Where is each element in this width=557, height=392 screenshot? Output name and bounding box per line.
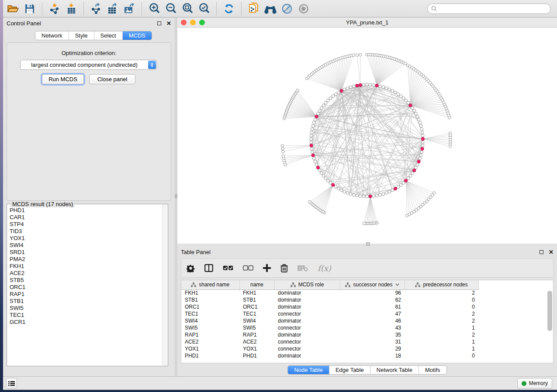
deselect-all-icon[interactable]: [243, 265, 253, 271]
table-row[interactable]: YOX1YOX1connector291: [181, 345, 478, 352]
tab-network-table[interactable]: Network Table: [370, 366, 419, 374]
network-node[interactable]: [419, 124, 422, 127]
network-node[interactable]: [399, 95, 402, 98]
import-table-button[interactable]: [64, 2, 79, 16]
network-node[interactable]: [415, 112, 418, 115]
table-scrollbar[interactable]: [547, 290, 552, 362]
memory-button[interactable]: Memory: [517, 378, 552, 389]
tab-network[interactable]: Network: [35, 31, 69, 40]
network-node[interactable]: [417, 118, 420, 121]
network-node[interactable]: [346, 87, 349, 90]
table-row[interactable]: SWI4SWI4dominator462: [181, 317, 478, 324]
apply-layout-button[interactable]: [221, 2, 236, 16]
network-node[interactable]: [394, 91, 397, 94]
network-node[interactable]: [402, 182, 405, 185]
scrollbar-thumb[interactable]: [547, 291, 552, 331]
mcds-hub-node[interactable]: [359, 83, 362, 86]
network-node[interactable]: [337, 91, 340, 94]
import-network-button[interactable]: [47, 2, 62, 16]
tab-node-table[interactable]: Node Table: [288, 366, 329, 374]
network-node[interactable]: [317, 112, 320, 115]
network-leaf-node[interactable]: [404, 62, 407, 65]
network-node[interactable]: [388, 88, 391, 91]
network-leaf-node[interactable]: [352, 54, 355, 56]
mcds-hub-node[interactable]: [421, 147, 424, 150]
network-node[interactable]: [415, 166, 418, 169]
network-leaf-node[interactable]: [308, 200, 311, 203]
optimization-criterion-select[interactable]: largest connected component (undirected): [20, 60, 157, 70]
network-node[interactable]: [324, 177, 327, 180]
network-node[interactable]: [310, 131, 313, 134]
network-node[interactable]: [397, 186, 400, 189]
network-node[interactable]: [362, 195, 365, 198]
mcds-result-item[interactable]: PMA2: [10, 256, 162, 263]
network-node[interactable]: [369, 83, 372, 86]
network-node[interactable]: [413, 109, 416, 112]
mcds-result-item[interactable]: SRD1: [10, 249, 162, 256]
export-network-button[interactable]: [89, 2, 104, 16]
tab-style[interactable]: Style: [69, 31, 94, 40]
network-node[interactable]: [318, 169, 321, 172]
network-leaf-node[interactable]: [405, 214, 408, 217]
network-node[interactable]: [407, 101, 410, 104]
network-node[interactable]: [388, 190, 391, 193]
mcds-hub-node[interactable]: [417, 160, 420, 163]
mcds-hub-node[interactable]: [413, 169, 416, 172]
show-graphics-details-button[interactable]: [296, 2, 311, 16]
network-node[interactable]: [310, 147, 313, 150]
network-node[interactable]: [356, 194, 359, 197]
mcds-result-item[interactable]: PHD1: [10, 207, 162, 214]
tab-motifs[interactable]: Motifs: [419, 366, 446, 374]
network-node[interactable]: [329, 97, 332, 100]
network-node[interactable]: [416, 163, 419, 166]
network-node[interactable]: [353, 193, 356, 196]
network-node[interactable]: [419, 121, 422, 124]
mcds-hub-node[interactable]: [310, 144, 313, 147]
network-node[interactable]: [311, 127, 314, 131]
network-node[interactable]: [324, 101, 327, 104]
network-node[interactable]: [322, 174, 325, 177]
network-node[interactable]: [320, 107, 323, 110]
network-node[interactable]: [332, 95, 335, 98]
column-header-successor-nodes[interactable]: successor nodes: [340, 280, 405, 289]
network-node[interactable]: [411, 107, 414, 110]
network-node[interactable]: [349, 86, 352, 89]
network-leaf-node[interactable]: [296, 89, 299, 92]
mcds-result-list[interactable]: PHD1CAR1STP4TID3YOX1SWI4SRD1PMA2FKH1ACE2…: [10, 207, 162, 365]
network-node[interactable]: [343, 88, 346, 91]
gear-icon[interactable]: [187, 264, 195, 272]
network-node[interactable]: [422, 141, 425, 144]
network-node[interactable]: [411, 172, 414, 175]
network-node[interactable]: [346, 192, 349, 195]
mcds-hub-node[interactable]: [340, 89, 343, 93]
network-node[interactable]: [312, 157, 315, 160]
network-node[interactable]: [405, 99, 408, 102]
close-panel-icon[interactable]: ✕: [549, 249, 554, 255]
mcds-result-item[interactable]: SWI4: [10, 242, 162, 249]
mcds-result-item[interactable]: STB5: [10, 277, 162, 284]
toolbar-search[interactable]: [427, 3, 551, 14]
network-canvas[interactable]: [177, 28, 557, 244]
network-node[interactable]: [385, 192, 388, 195]
search-network-button[interactable]: [263, 2, 278, 16]
mcds-hub-node[interactable]: [316, 166, 319, 169]
network-node[interactable]: [372, 195, 375, 198]
mcds-hub-node[interactable]: [315, 115, 318, 118]
mcds-result-item[interactable]: RAP1: [10, 291, 162, 298]
zoom-in-button[interactable]: [147, 2, 162, 16]
tab-select[interactable]: Select: [94, 31, 123, 40]
mcds-result-item[interactable]: CAR1: [10, 214, 162, 221]
mcds-result-item[interactable]: SWI5: [10, 305, 162, 312]
close-panel-icon[interactable]: ✕: [166, 21, 171, 26]
network-leaf-node[interactable]: [359, 53, 362, 56]
network-node[interactable]: [314, 118, 317, 121]
mcds-result-item[interactable]: TID3: [10, 228, 162, 235]
table-row[interactable]: SWI5SWI5connector431: [181, 324, 478, 331]
mcds-hub-node[interactable]: [332, 183, 335, 186]
network-node[interactable]: [420, 151, 423, 154]
network-node[interactable]: [420, 127, 423, 131]
network-node[interactable]: [334, 93, 337, 96]
network-node[interactable]: [343, 190, 346, 193]
run-mcds-button[interactable]: Run MCDS: [42, 74, 84, 84]
select-all-icon[interactable]: [223, 265, 233, 271]
